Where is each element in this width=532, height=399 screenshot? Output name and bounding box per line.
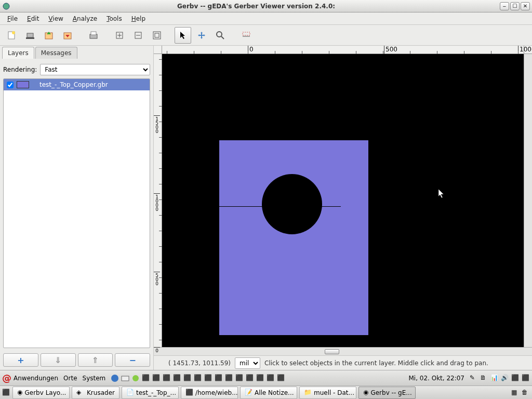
layer-item[interactable]: test_-_Top_Copper.gbr (4, 79, 150, 90)
pointer-tool-button[interactable] (175, 27, 191, 44)
system-menu[interactable]: System (83, 375, 106, 382)
taskbar-item[interactable]: 📄test_-_Top_... (122, 387, 179, 399)
tab-messages[interactable]: Messages (35, 47, 77, 59)
svg-rect-4 (27, 33, 33, 37)
taskbar-item[interactable]: 📁muell - Dat... (299, 387, 356, 399)
menu-file[interactable]: File (3, 14, 22, 23)
horizontal-scrollbar[interactable] (162, 347, 524, 355)
open-button[interactable] (22, 27, 38, 44)
taskbar-item[interactable]: ◉Gerbv Layo... (12, 387, 70, 399)
layer-name: test_-_Top_Copper.gbr (39, 81, 108, 88)
tray-icon-6[interactable]: ⬛ (522, 374, 530, 382)
tray-icon-2[interactable]: 🗎 (480, 374, 488, 382)
measure-tool-button[interactable] (238, 27, 255, 44)
launcher-icon-11[interactable]: ⬛ (246, 374, 254, 382)
tray-icon-5[interactable]: ⬛ (511, 374, 520, 382)
launcher-icon-6[interactable]: ⬛ (194, 374, 202, 382)
launcher-icon-10[interactable]: ⬛ (235, 374, 244, 382)
menu-help[interactable]: Help (127, 14, 150, 23)
unit-select[interactable]: mil (235, 357, 260, 369)
browser-icon[interactable] (111, 374, 119, 382)
coordinates-display: ( 1451.73, 1011.59) (158, 360, 231, 367)
chat-icon[interactable] (131, 374, 140, 382)
desktop-taskbar: @ Anwendungen Orte System ⬛ ⬛ ⬛ ⬛ ⬛ ⬛ ⬛ … (0, 370, 532, 385)
launcher-icon-2[interactable]: ⬛ (152, 374, 161, 382)
launcher-icon-5[interactable]: ⬛ (183, 374, 192, 382)
layer-list[interactable]: test_-_Top_Copper.gbr (3, 78, 150, 348)
window-titlebar: Gerbv -- gEDA's Gerber Viewer version 2.… (0, 0, 532, 12)
app-icon (2, 2, 10, 10)
svg-rect-11 (153, 32, 161, 39)
launcher-icon-7[interactable]: ⬛ (204, 374, 212, 382)
pan-tool-button[interactable] (193, 27, 210, 44)
launcher-icon-4[interactable]: ⬛ (173, 374, 181, 382)
zoom-out-button[interactable] (130, 27, 147, 44)
svg-rect-8 (91, 32, 96, 35)
workspace-switcher[interactable]: ▦ (511, 389, 520, 397)
window-title: Gerbv -- gEDA's Gerber Viewer version 2.… (14, 3, 499, 10)
taskbar-item[interactable]: ◈Krusader (72, 387, 119, 399)
menu-view[interactable]: View (44, 14, 67, 23)
window-maximize-button[interactable]: ☐ (510, 2, 520, 10)
menu-edit[interactable]: Edit (23, 14, 43, 23)
new-button[interactable] (3, 27, 20, 44)
launcher-icon-12[interactable]: ⬛ (256, 374, 264, 382)
menu-tools[interactable]: Tools (102, 14, 126, 23)
svg-line-14 (221, 36, 224, 39)
scrollbar-thumb[interactable] (325, 349, 339, 354)
svg-point-19 (132, 375, 139, 381)
gerber-canvas[interactable] (162, 54, 524, 347)
window-minimize-button[interactable]: ‒ (500, 2, 509, 10)
vertical-ruler: 1500 1000 500 0 (154, 54, 162, 347)
places-menu[interactable]: Orte (63, 375, 77, 382)
clock[interactable]: Mi, 02. Okt, 22:07 (405, 375, 468, 382)
statusbar: ( 1451.73, 1011.59) mil Click to select … (154, 355, 532, 370)
svg-point-13 (217, 32, 222, 37)
remove-layer-button[interactable]: − (115, 353, 150, 367)
trash-icon[interactable]: 🗑 (522, 389, 530, 397)
taskbar-item[interactable]: 📝Alle Notize... (240, 387, 297, 399)
svg-point-2 (12, 31, 15, 34)
layer-visible-checkbox[interactable] (7, 82, 14, 88)
rendering-select[interactable]: Fast (40, 64, 150, 75)
print-button[interactable] (85, 27, 102, 44)
add-layer-button[interactable]: + (3, 353, 38, 367)
copper-line-left (219, 206, 265, 207)
launcher-icon-13[interactable]: ⬛ (267, 374, 275, 382)
vertical-scrollbar[interactable] (524, 54, 532, 347)
tray-icon-4[interactable]: 🔊 (501, 374, 509, 382)
zoom-fit-button[interactable] (149, 27, 165, 44)
zoom-in-button[interactable] (111, 27, 128, 44)
move-up-button[interactable]: ⇑ (78, 353, 113, 367)
menubar: File Edit View Analyze Tools Help (0, 12, 532, 25)
copper-line-right (318, 206, 341, 207)
copper-rect (219, 140, 368, 335)
layer-buttons: + ⇓ ⇑ − (0, 350, 153, 370)
launcher-icon-8[interactable]: ⬛ (215, 374, 223, 382)
launcher-icon-14[interactable]: ⬛ (277, 374, 285, 382)
move-down-button[interactable]: ⇓ (41, 353, 76, 367)
zoom-tool-button[interactable] (212, 27, 229, 44)
svg-rect-15 (243, 32, 250, 35)
horizontal-ruler: 0 500 1000 1500 (162, 46, 524, 54)
canvas-area: 0 500 1000 1500 1500 1000 500 0 (154, 46, 532, 370)
debian-logo-icon[interactable]: @ (2, 373, 11, 383)
tab-layers[interactable]: Layers (2, 47, 34, 59)
launcher-icon-3[interactable]: ⬛ (163, 374, 171, 382)
revert-button[interactable] (41, 27, 57, 44)
layer-color-swatch[interactable] (17, 81, 29, 88)
taskbar-item-active[interactable]: ◉Gerbv -- gE... (358, 387, 416, 399)
menu-analyze[interactable]: Analyze (69, 14, 101, 23)
taskbar-item[interactable]: ⬛/home/wieb... (181, 387, 238, 399)
tray-icon-3[interactable]: 📊 (490, 374, 499, 382)
apps-menu[interactable]: Anwendungen (14, 375, 58, 382)
mouse-cursor-icon (438, 189, 445, 198)
tray-icon-1[interactable]: ✎ (470, 374, 478, 382)
layers-panel: Rendering: Fast test_-_Top_Copper.gbr (0, 59, 153, 350)
mail-icon[interactable] (121, 374, 129, 382)
launcher-icon-9[interactable]: ⬛ (225, 374, 233, 382)
window-close-button[interactable]: ✕ (521, 2, 530, 10)
save-button[interactable] (59, 27, 76, 44)
show-desktop-icon[interactable]: ⬛ (2, 389, 10, 397)
launcher-icon[interactable]: ⬛ (142, 374, 150, 382)
